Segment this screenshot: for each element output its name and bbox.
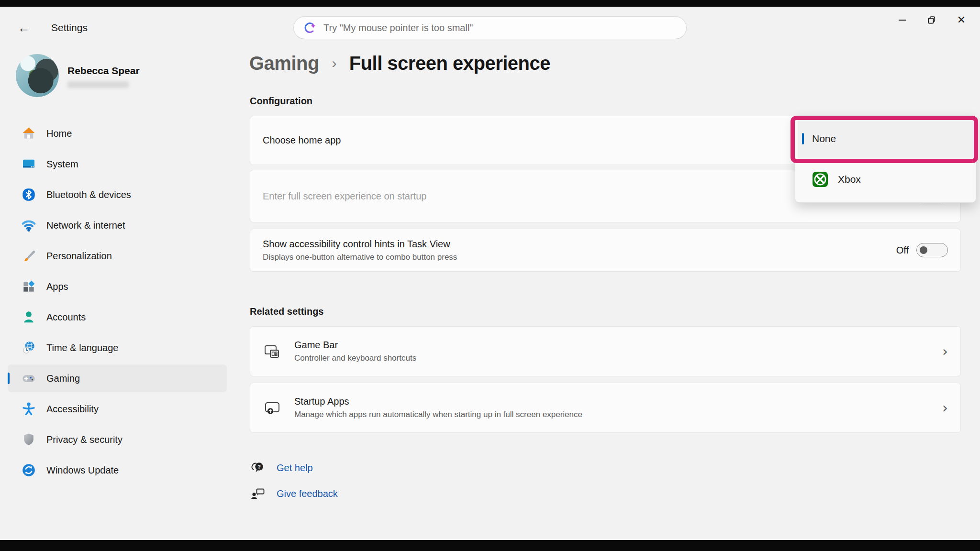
sidebar-item-system[interactable]: Bluetooth & devices System xyxy=(8,150,227,178)
accessibility-hints-description: Displays one-button alternative to combo… xyxy=(263,253,457,262)
game-bar-row[interactable]: Game Bar Controller and keyboard shortcu… xyxy=(250,326,961,376)
windows-update-icon xyxy=(21,463,36,478)
choose-home-app-label: Choose home app xyxy=(263,135,341,146)
profile-name: Rebecca Spear xyxy=(67,65,140,77)
top-letterbox-bar xyxy=(0,0,980,7)
selected-indicator xyxy=(802,133,804,144)
sidebar-item-accessibility[interactable]: Accessibility xyxy=(8,395,227,423)
bottom-letterbox-bar xyxy=(0,540,980,551)
chevron-right-icon: › xyxy=(942,343,948,360)
sidebar-item-network-internet[interactable]: Network & internet xyxy=(8,211,227,239)
get-help-link[interactable]: ? Get help xyxy=(250,458,313,477)
home-app-dropdown-flyout: None Xbox xyxy=(795,115,976,203)
svg-text:?: ? xyxy=(257,464,261,470)
game-bar-title: Game Bar xyxy=(294,340,416,351)
minimize-icon xyxy=(899,20,906,21)
sidebar-item-windows-update[interactable]: Windows Update xyxy=(8,456,227,484)
startup-apps-title: Startup Apps xyxy=(294,396,582,407)
personalization-icon xyxy=(21,248,36,264)
app-title: Settings xyxy=(51,22,88,33)
sidebar-item-accounts[interactable]: Accounts xyxy=(8,303,227,331)
configuration-section-title: Configuration xyxy=(250,96,312,107)
startup-apps-row[interactable]: Startup Apps Manage which apps run autom… xyxy=(250,383,961,433)
get-help-label: Get help xyxy=(277,463,313,474)
give-feedback-icon xyxy=(250,485,266,502)
accessibility-hints-row: Show accessibility control hints in Task… xyxy=(250,229,961,272)
sidebar-item-privacy-security[interactable]: Privacy & security xyxy=(8,426,227,453)
close-button[interactable]: ✕ xyxy=(947,10,976,31)
profile-subtitle-redacted xyxy=(67,81,129,88)
give-feedback-link[interactable]: Give feedback xyxy=(250,484,338,503)
search-input[interactable] xyxy=(323,22,678,33)
accessibility-hints-title: Show accessibility control hints in Task… xyxy=(263,239,457,250)
bluetooth-icon xyxy=(21,187,36,202)
sidebar-item-home[interactable]: Home xyxy=(8,120,227,147)
sidebar-item-gaming[interactable]: Gaming xyxy=(8,364,227,392)
settings-window: ← Settings ✕ Rebecca Spear xyxy=(0,0,980,551)
apps-icon xyxy=(21,279,36,294)
home-icon xyxy=(21,126,36,141)
breadcrumb-separator-icon: › xyxy=(324,55,345,71)
selected-indicator xyxy=(8,373,10,384)
restore-icon xyxy=(927,15,936,25)
breadcrumb-gaming[interactable]: Gaming xyxy=(249,53,319,74)
sidebar-item-apps[interactable]: Apps xyxy=(8,273,227,300)
xbox-logo-icon xyxy=(812,171,828,187)
sidebar-item-time-language[interactable]: Time & language xyxy=(8,334,227,362)
search-box[interactable] xyxy=(293,16,687,39)
get-help-icon: ? xyxy=(250,460,266,476)
network-icon xyxy=(21,218,36,233)
related-settings-title: Related settings xyxy=(250,306,323,317)
chevron-right-icon: › xyxy=(942,399,948,416)
dropdown-option-none[interactable]: None xyxy=(798,118,973,159)
time-language-icon xyxy=(21,340,36,355)
sidebar-item-bluetooth-devices[interactable]: Bluetooth & devices xyxy=(8,181,227,209)
window-controls: ✕ xyxy=(887,10,976,31)
startup-apps-description: Manage which apps run automatically when… xyxy=(294,410,582,419)
copilot-icon xyxy=(302,21,317,35)
give-feedback-label: Give feedback xyxy=(277,488,338,499)
minimize-button[interactable] xyxy=(887,10,917,31)
close-icon: ✕ xyxy=(957,15,966,25)
sidebar-item-personalization[interactable]: Personalization xyxy=(8,242,227,270)
avatar[interactable] xyxy=(16,54,59,97)
toggle-knob xyxy=(920,246,927,254)
back-button[interactable]: ← xyxy=(14,19,33,36)
dropdown-option-xbox[interactable]: Xbox xyxy=(798,159,973,200)
system-icon xyxy=(21,156,36,172)
startup-experience-label: Enter full screen experience on startup xyxy=(263,191,426,202)
toggle-state-label: Off xyxy=(896,245,909,256)
breadcrumb: Gaming › Full screen experience xyxy=(249,53,550,74)
privacy-icon xyxy=(21,432,36,447)
accessibility-hints-toggle[interactable] xyxy=(916,243,948,257)
game-bar-icon xyxy=(263,342,282,361)
accounts-icon xyxy=(21,309,36,325)
accessibility-icon xyxy=(21,401,36,417)
game-bar-description: Controller and keyboard shortcuts xyxy=(294,353,416,363)
restore-button[interactable] xyxy=(917,10,947,31)
startup-apps-icon xyxy=(263,398,282,418)
page-title: Full screen experience xyxy=(349,53,550,74)
gaming-icon xyxy=(21,371,36,386)
